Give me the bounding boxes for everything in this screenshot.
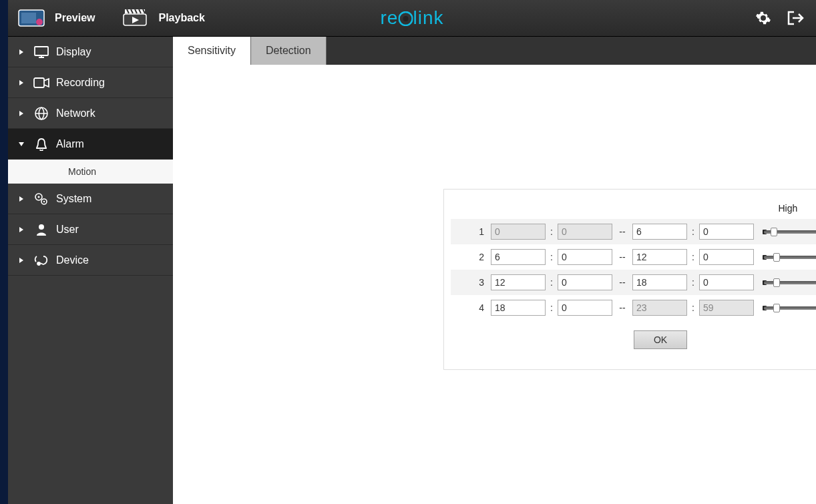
- nav-playback[interactable]: Playback: [112, 0, 221, 36]
- end-minute-input: [699, 300, 754, 316]
- svg-point-2: [36, 19, 43, 25]
- system-icon: [32, 192, 51, 206]
- end-minute-input[interactable]: [699, 249, 754, 265]
- end-hour-input: [632, 300, 687, 316]
- sidebar-item-alarm[interactable]: Alarm: [8, 129, 173, 160]
- recording-icon: [32, 77, 51, 88]
- sidebar-item-display[interactable]: Display: [8, 37, 173, 67]
- sidebar-sub-motion[interactable]: Motion: [8, 160, 173, 184]
- start-minute-input[interactable]: [558, 274, 612, 290]
- slider-thumb[interactable]: [773, 278, 780, 287]
- chevron-right-icon: [16, 49, 27, 55]
- start-minute-input[interactable]: [558, 249, 612, 265]
- colon: :: [546, 252, 558, 262]
- svg-point-10: [38, 196, 40, 198]
- dash: --: [612, 252, 632, 262]
- sidebar-item-label: Alarm: [56, 138, 84, 150]
- nav-preview-label: Preview: [55, 12, 95, 24]
- time-row: 1:--:12: [451, 219, 816, 244]
- sensitivity-slider[interactable]: [764, 226, 816, 238]
- sidebar-item-network[interactable]: Network: [8, 98, 173, 129]
- time-row: 3:--:10: [451, 270, 816, 295]
- network-icon: [32, 107, 51, 120]
- sensitivity-slider[interactable]: [764, 276, 816, 288]
- settings-icon[interactable]: [755, 9, 772, 27]
- svg-rect-6: [35, 47, 48, 55]
- colon: :: [546, 302, 558, 313]
- colon: :: [687, 252, 699, 262]
- svg-point-13: [39, 224, 44, 230]
- sidebar-item-label: Network: [56, 107, 95, 119]
- sensitivity-panel: High Low 1:--:122:--:103:--:104:--:10 OK: [443, 189, 816, 370]
- tab-label: Sensitivity: [188, 45, 236, 57]
- playback-icon: [122, 9, 148, 27]
- slider-high-label: High: [778, 203, 816, 214]
- preview-icon: [18, 9, 45, 27]
- display-icon: [32, 46, 51, 58]
- colon: :: [546, 277, 558, 288]
- end-minute-input[interactable]: [699, 274, 754, 290]
- chevron-right-icon: [16, 257, 27, 264]
- start-hour-input: [491, 224, 546, 240]
- svg-rect-1: [21, 13, 36, 23]
- svg-point-14: [37, 262, 40, 265]
- colon: :: [687, 302, 699, 313]
- row-number: 3: [454, 277, 491, 288]
- sidebar-item-user[interactable]: User: [8, 214, 173, 245]
- start-minute-input[interactable]: [558, 300, 612, 316]
- chevron-right-icon: [16, 110, 27, 117]
- colon: :: [687, 277, 699, 288]
- start-hour-input[interactable]: [491, 300, 546, 316]
- sidebar-item-recording[interactable]: Recording: [8, 67, 173, 98]
- ok-button[interactable]: OK: [634, 330, 687, 349]
- ok-button-label: OK: [654, 334, 667, 345]
- sidebar-item-device[interactable]: Device: [8, 245, 173, 276]
- tab-sensitivity[interactable]: Sensitivity: [173, 37, 251, 65]
- svg-rect-7: [34, 78, 44, 87]
- logout-icon[interactable]: [787, 9, 804, 27]
- nav-playback-label: Playback: [158, 12, 204, 24]
- start-hour-input[interactable]: [491, 274, 546, 290]
- time-row: 4:--:10: [451, 295, 816, 320]
- sidebar-item-system[interactable]: System: [8, 184, 173, 214]
- dash: --: [612, 302, 632, 313]
- user-icon: [32, 223, 51, 236]
- slider-thumb[interactable]: [771, 228, 777, 236]
- sidebar-item-label: Device: [56, 254, 89, 266]
- colon: :: [687, 226, 699, 237]
- chevron-right-icon: [16, 226, 27, 233]
- nav-preview[interactable]: Preview: [8, 0, 112, 36]
- chevron-down-icon: [16, 142, 27, 147]
- device-icon: [32, 254, 51, 267]
- end-hour-input[interactable]: [632, 249, 687, 265]
- tab-bar: Sensitivity Detection: [173, 37, 816, 65]
- sensitivity-slider[interactable]: [764, 302, 816, 314]
- end-hour-input[interactable]: [632, 224, 687, 240]
- dash: --: [612, 226, 632, 237]
- header: Preview Playback relink: [8, 0, 816, 37]
- row-number: 2: [454, 252, 491, 262]
- time-row: 2:--:10: [451, 244, 816, 270]
- sidebar-item-label: Recording: [56, 77, 105, 89]
- row-number: 4: [454, 302, 491, 313]
- start-hour-input[interactable]: [491, 249, 546, 265]
- alarm-icon: [32, 138, 51, 151]
- chevron-right-icon: [16, 79, 27, 86]
- sidebar: Display Recording Network Alarm Motion: [8, 37, 173, 504]
- start-minute-input: [558, 224, 612, 240]
- colon: :: [546, 226, 558, 237]
- main-panel: Sensitivity Detection High Low 1:--:122:…: [173, 37, 816, 504]
- brand-logo: relink: [381, 7, 444, 29]
- sidebar-sub-label: Motion: [68, 166, 96, 177]
- row-number: 1: [454, 226, 491, 237]
- sensitivity-slider[interactable]: [764, 251, 816, 263]
- tab-detection[interactable]: Detection: [251, 37, 327, 65]
- sidebar-item-label: System: [56, 193, 91, 205]
- svg-point-5: [403, 16, 408, 21]
- slider-thumb[interactable]: [773, 253, 780, 262]
- end-minute-input[interactable]: [699, 224, 754, 240]
- slider-thumb[interactable]: [773, 304, 780, 312]
- dash: --: [612, 277, 632, 288]
- end-hour-input[interactable]: [632, 274, 687, 290]
- svg-point-12: [43, 200, 45, 202]
